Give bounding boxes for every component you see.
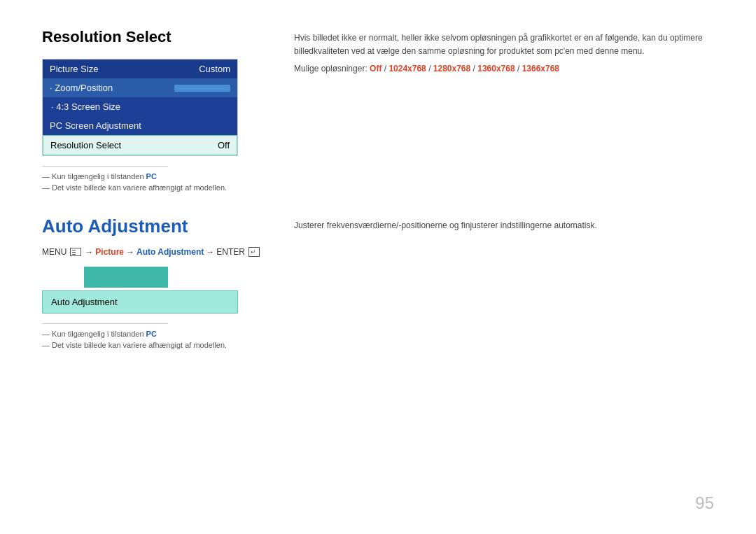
resolution-right-column: Hvis billedet ikke er normalt, heller ik… xyxy=(294,28,714,195)
resolution-select-section: Resolution Select Picture Size Custom · … xyxy=(42,28,714,195)
resolution-note-1: — Kun tilgængelig i tilstanden PC xyxy=(42,172,266,181)
resolution-title: Resolution Select xyxy=(42,28,266,46)
auto-adj-title: Auto Adjustment xyxy=(42,216,266,237)
auto-adj-menu-label: Auto Adjustment xyxy=(51,297,118,307)
teal-bar xyxy=(84,267,168,288)
resolution-value: Off xyxy=(218,140,230,150)
resolution-note-2: — Det viste billede kan variere afhængig… xyxy=(42,183,266,192)
arrow-3: → xyxy=(206,247,214,257)
zoom-bar xyxy=(174,85,230,92)
auto-adj-right-column: Justerer frekvensværdierne/-positionerne… xyxy=(294,216,714,352)
auto-adj-menu-path: MENU → Picture → Auto Adjustment → ENTER xyxy=(42,247,266,257)
menu-path-picture: Picture xyxy=(95,247,124,257)
picture-size-label: Picture Size xyxy=(50,64,98,74)
page: Resolution Select Picture Size Custom · … xyxy=(0,0,756,534)
menu-grid-icon xyxy=(70,248,81,256)
divider-2 xyxy=(42,323,168,324)
menu-path-enter: ENTER xyxy=(216,247,245,257)
divider-1 xyxy=(42,166,168,167)
pc-screen-label: PC Screen Adjustment xyxy=(50,120,141,131)
resolution-label: Resolution Select xyxy=(50,140,121,150)
resolution-row: Resolution Select Off xyxy=(43,135,237,155)
enter-icon xyxy=(248,247,260,257)
auto-adj-description: Justerer frekvensværdierne/-positionerne… xyxy=(294,219,714,232)
resolution-left-column: Resolution Select Picture Size Custom · … xyxy=(42,28,266,195)
auto-adjustment-section: Auto Adjustment MENU → Picture → Auto Ad… xyxy=(42,216,714,352)
auto-adj-left-column: Auto Adjustment MENU → Picture → Auto Ad… xyxy=(42,216,266,352)
auto-adj-menu-row: Auto Adjustment xyxy=(42,290,238,314)
screen-size-row: · 4:3 Screen Size xyxy=(43,97,237,116)
picture-size-row: Picture Size Custom xyxy=(43,59,237,78)
resolution-menu-mockup: Picture Size Custom · Zoom/Position · 4:… xyxy=(42,59,238,156)
auto-adj-note-2: — Det viste billede kan variere afhængig… xyxy=(42,341,266,349)
arrow-2: → xyxy=(126,247,134,257)
menu-path-auto: Auto Adjustment xyxy=(136,247,204,257)
screen-size-label: · 4:3 Screen Size xyxy=(51,101,120,112)
auto-adj-note-1: — Kun tilgængelig i tilstanden PC xyxy=(42,330,266,338)
menu-path-menu: MENU xyxy=(42,247,66,257)
pc-screen-row: PC Screen Adjustment xyxy=(43,116,237,135)
page-number: 95 xyxy=(695,493,714,513)
auto-adj-mockup: Auto Adjustment xyxy=(42,267,238,314)
resolution-description: Hvis billedet ikke er normalt, heller ik… xyxy=(294,31,714,58)
picture-size-value: Custom xyxy=(199,64,230,74)
zoom-position-row: · Zoom/Position xyxy=(43,78,237,97)
zoom-label: · Zoom/Position xyxy=(50,83,113,93)
arrow-1: → xyxy=(85,247,93,257)
resolution-options: Mulige opløsninger: Off / 1024x768 / 128… xyxy=(294,64,714,73)
